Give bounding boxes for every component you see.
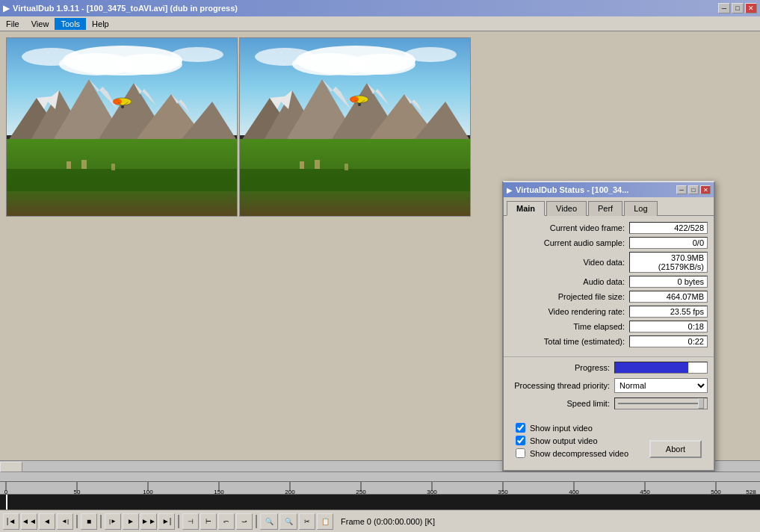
menu-view[interactable]: View [25,18,55,30]
scroll-thumb[interactable] [0,462,22,472]
stat-value-audio-data: 0 bytes [629,276,708,288]
paste-button[interactable]: 📋 [317,513,333,530]
goto-start-button[interactable]: ⤺ [218,513,235,530]
svg-rect-48 [345,164,348,170]
priority-row: Processing thread priority: Normal Idle … [510,378,708,393]
stop-button[interactable]: ■ [81,513,97,530]
mark-in-button[interactable]: ⊣ [182,513,199,530]
progress-section: Progress: Processing thread priority: No… [504,356,714,418]
svg-text:0: 0 [4,489,8,495]
show-decompressed-video-checkbox[interactable] [516,448,525,458]
svg-point-4 [22,48,81,66]
stat-value-time-elapsed: 0:18 [629,321,708,332]
minimize-button[interactable]: ─ [718,3,730,13]
stat-label-audio-data: Audio data: [510,277,629,286]
stat-label-time-elapsed: Time elapsed: [510,322,629,331]
title-bar-text: VirtualDub 1.9.11 - [100_3475_toAVI.avi]… [13,4,238,13]
menu-bar: File View Tools Help [0,16,760,31]
stat-row-time-elapsed: Time elapsed: 0:18 [510,321,708,332]
svg-rect-45 [240,169,471,191]
separator-1 [76,515,78,528]
abort-button[interactable]: Abort [649,440,702,458]
svg-text:100: 100 [143,489,153,495]
menu-file[interactable]: File [0,18,25,30]
stat-value-video-frame: 422/528 [629,222,708,234]
dialog-maximize-button[interactable]: □ [688,185,699,194]
svg-rect-46 [300,161,304,169]
tab-perf[interactable]: Perf [588,201,622,216]
stat-value-video-data: 370.9MB (21579KB/s) [629,252,708,273]
progress-bar-fill [615,362,688,373]
svg-point-32 [255,48,315,66]
svg-text:400: 400 [569,489,579,495]
dialog-stats: Current video frame: 422/528 Current aud… [504,216,714,356]
svg-text:350: 350 [498,489,508,495]
show-output-video-checkbox[interactable] [516,436,525,445]
svg-point-31 [348,54,415,75]
svg-rect-22 [111,164,115,170]
show-output-video-label: Show output video [530,436,598,445]
zoom-out-button[interactable]: 🔍 [279,513,297,530]
stat-row-render-rate: Video rendering rate: 23.55 fps [510,306,708,318]
show-input-video-label: Show input video [530,424,593,433]
show-decompressed-video-label: Show decompressed video [530,449,628,458]
svg-point-33 [404,47,457,62]
stat-row-video-frame: Current video frame: 422/528 [510,222,708,234]
rewind-start-button[interactable]: |◄ [3,513,19,530]
prev-key-button[interactable]: ◄◄ [21,513,37,530]
goto-end-button[interactable]: ⤻ [236,513,253,530]
stat-label-audio-sample: Current audio sample: [510,238,629,247]
dialog-minimize-button[interactable]: ─ [676,185,687,194]
dialog-close-button[interactable]: ✕ [700,185,711,194]
speed-limit-label: Speed limit: [510,399,614,408]
separator-3 [178,515,179,528]
svg-rect-20 [67,161,71,169]
slider-thumb[interactable] [698,398,704,409]
checkbox-row-output-video: Show output video [516,436,628,445]
priority-select[interactable]: Normal Idle Lowest Lower Higher Highest … [614,378,708,393]
status-dialog: ▶ VirtualDub Status - [100_34... ─ □ ✕ M… [502,181,715,471]
fwd-end-button[interactable]: ►| [158,513,175,530]
stat-row-video-data: Video data: 370.9MB (21579KB/s) [510,252,708,273]
play-fwd-button[interactable]: |► [105,513,121,530]
menu-help[interactable]: Help [86,18,115,30]
play-back-button[interactable]: ◄| [57,513,73,530]
stat-value-audio-sample: 0/0 [629,237,708,249]
toolbar-area: |◄ ◄◄ ◄ ◄| ■ |► ► ►► ►| ⊣ ⊢ ⤺ ⤻ 🔍 🔍 ✂ 📋 … [0,510,760,532]
svg-text:150: 150 [214,489,224,495]
tab-video[interactable]: Video [546,201,587,216]
next-frame-button[interactable]: ► [123,513,139,530]
checkbox-row-input-video: Show input video [516,423,628,433]
svg-rect-19 [7,169,238,191]
progress-bar-container [614,362,708,374]
tab-main[interactable]: Main [507,201,545,216]
progress-label: Progress: [510,363,614,372]
cut-button[interactable]: ✂ [299,513,315,530]
slider-track [618,403,704,404]
checkbox-section: Show input video Show output video Show … [510,420,634,464]
output-video-panel [239,37,471,217]
speed-limit-slider[interactable] [614,398,708,409]
close-button[interactable]: ✕ [745,3,757,13]
speed-limit-row: Speed limit: [510,398,708,409]
tab-log[interactable]: Log [624,201,657,216]
dialog-title-bar: ▶ VirtualDub Status - [100_34... ─ □ ✕ [504,182,714,197]
timeline-cursor [6,495,7,510]
separator-2 [100,515,102,528]
zoom-in-button[interactable]: 🔍 [260,513,278,530]
stat-label-video-data: Video data: [510,258,629,267]
mark-out-button[interactable]: ⊢ [200,513,217,530]
timeline-track[interactable] [0,495,760,510]
next-key-button[interactable]: ►► [140,513,157,530]
menu-tools[interactable]: Tools [55,18,86,30]
svg-point-51 [358,103,361,106]
stat-row-projected-size: Projected file size: 464.07MB [510,291,708,303]
stat-label-projected-size: Projected file size: [510,292,629,301]
maximize-button[interactable]: □ [732,3,744,13]
svg-text:450: 450 [640,489,650,495]
show-input-video-checkbox[interactable] [516,423,525,433]
stat-row-audio-sample: Current audio sample: 0/0 [510,237,708,249]
svg-point-25 [121,105,124,108]
dialog-app-icon: ▶ [507,186,513,194]
prev-frame-button[interactable]: ◄ [39,513,55,530]
